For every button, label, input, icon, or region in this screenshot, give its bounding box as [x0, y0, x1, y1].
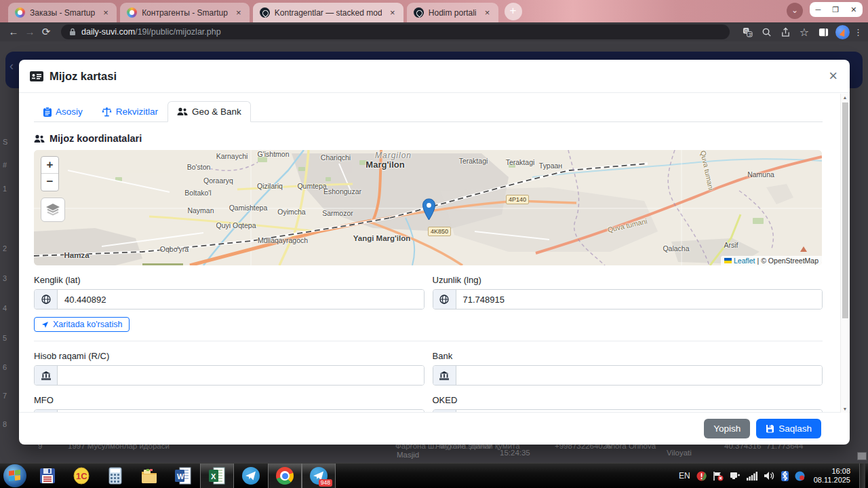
- minimize-icon[interactable]: ─: [816, 5, 821, 14]
- tab-geo-bank[interactable]: Geo & Bank: [167, 101, 251, 122]
- side-panel-icon[interactable]: [815, 24, 831, 40]
- map-layers-button[interactable]: [41, 198, 65, 222]
- leaflet-link[interactable]: Leaflet: [734, 257, 755, 265]
- clipboard-icon: [43, 107, 52, 117]
- antivirus-alert-icon[interactable]: [696, 471, 707, 481]
- lat-input[interactable]: [58, 290, 424, 309]
- translate-icon[interactable]: G文: [739, 24, 755, 40]
- bluetooth-icon[interactable]: [781, 471, 789, 481]
- tab-label: Asosiy: [56, 107, 83, 117]
- save-floppy-icon: [766, 424, 774, 433]
- start-button[interactable]: [3, 464, 26, 487]
- dimmed-row-number: 6: [3, 363, 7, 371]
- tab-rekvizitlar[interactable]: Rekvizitlar: [92, 101, 167, 122]
- maximize-icon[interactable]: ❐: [832, 5, 839, 14]
- leaflet-map[interactable]: KarnaychiG'ishtmonBo'stonQoraaryqQizilar…: [34, 150, 822, 265]
- modal-scrollbar[interactable]: ▲ ▼: [840, 94, 849, 413]
- show-desktop-button[interactable]: [859, 464, 865, 488]
- mfo-label: MFO: [34, 395, 425, 405]
- taskbar-clock[interactable]: 16:08 08.11.2025: [814, 467, 850, 485]
- address-bar[interactable]: daily-suvi.com/19l/public/mijozlar.php: [61, 24, 730, 39]
- telegram-icon: 948: [310, 467, 328, 485]
- close-window-icon[interactable]: ✕: [850, 5, 856, 14]
- taskbar-telegram-948-app[interactable]: 948: [302, 464, 336, 488]
- show-on-map-button[interactable]: Xaritada ko'rsatish: [34, 317, 130, 332]
- account-label: Hisob raqami (R/C): [34, 351, 425, 361]
- share-icon[interactable]: [777, 24, 793, 40]
- bank-label: Bank: [433, 351, 823, 361]
- taskbar-calculator-app[interactable]: [98, 464, 132, 488]
- taskbar-excel-app[interactable]: X: [200, 464, 234, 488]
- back-button[interactable]: ←: [5, 24, 22, 40]
- account-input[interactable]: [58, 366, 424, 385]
- lng-input[interactable]: [456, 290, 823, 309]
- osm-link[interactable]: © OpenStreetMap: [761, 257, 818, 265]
- map-place-label: Teraktagi: [459, 157, 488, 165]
- attribution-separator: |: [757, 257, 759, 265]
- dimmed-table-cell: Viloyati: [667, 449, 692, 457]
- taskbar-file-explorer-app[interactable]: [132, 464, 166, 488]
- menu-kebab-icon[interactable]: ⋮: [854, 27, 863, 37]
- telegram-unread-badge: 948: [319, 479, 332, 487]
- road-ref-badge: 4P140: [506, 195, 529, 204]
- dimmed-row-number: 8: [3, 420, 7, 428]
- tab-search-chevron-icon[interactable]: ⌄: [787, 3, 803, 19]
- dimmed-row-number: #: [3, 161, 7, 169]
- tab-close-icon[interactable]: ×: [482, 7, 493, 18]
- taskbar-word-app[interactable]: W: [166, 464, 200, 488]
- tab-close-icon[interactable]: ×: [387, 7, 398, 18]
- mfo-input[interactable]: [58, 410, 424, 412]
- scroll-down-icon[interactable]: ▼: [841, 407, 849, 411]
- search-icon[interactable]: [758, 24, 774, 40]
- volume-icon[interactable]: [764, 471, 775, 481]
- map-place-label: Qamishtepa: [229, 204, 268, 212]
- reload-button[interactable]: ⟳: [38, 24, 54, 40]
- browser-tab-4[interactable]: Hodim portali ×: [407, 3, 498, 22]
- bank-input[interactable]: [456, 366, 823, 385]
- tab-title: Заказы - Smartup: [30, 8, 95, 18]
- taskbar-chrome-app[interactable]: [268, 464, 302, 488]
- dimmed-row-number: 1: [3, 185, 7, 193]
- browser-tab-2[interactable]: Контрагенты - Smartup ×: [120, 3, 250, 22]
- browser-tab-1[interactable]: Заказы - Smartup ×: [8, 3, 117, 22]
- tab-close-icon[interactable]: ×: [233, 7, 244, 18]
- oked-input-group: [433, 409, 823, 412]
- clock-time: 16:08: [814, 467, 850, 476]
- bookmark-star-icon[interactable]: ☆: [796, 24, 812, 40]
- navigation-arrow-icon: [41, 321, 49, 329]
- tab-close-icon[interactable]: ×: [100, 7, 111, 18]
- lng-input-group: [433, 289, 823, 309]
- hardware-device-icon[interactable]: [730, 471, 741, 481]
- saqlash-button[interactable]: Saqlash: [756, 419, 821, 438]
- scales-icon: [102, 107, 112, 117]
- horizontal-scrollbar-nub[interactable]: [857, 452, 867, 460]
- taskbar-save-file-app[interactable]: [31, 464, 64, 488]
- taskbar-telegram-app[interactable]: [234, 464, 268, 488]
- taskbar-1c-app[interactable]: 1С: [64, 464, 98, 488]
- clock-date: 08.11.2025: [814, 476, 850, 485]
- yopish-button[interactable]: Yopish: [704, 419, 750, 438]
- language-indicator[interactable]: EN: [679, 471, 690, 481]
- network-signal-icon[interactable]: [747, 471, 757, 481]
- zoom-out-button[interactable]: −: [41, 174, 58, 191]
- calculator-icon: [106, 467, 124, 485]
- action-center-flag-icon[interactable]: [713, 471, 724, 481]
- smartup-favicon: [15, 7, 25, 18]
- zoom-in-button[interactable]: +: [41, 157, 58, 174]
- browser-tab-3-active[interactable]: Kontragentlar — stacked modal ( ×: [253, 3, 403, 22]
- map-place-label: Hamza: [64, 251, 89, 259]
- modal-close-icon[interactable]: ×: [829, 69, 837, 83]
- oked-input[interactable]: [456, 410, 823, 412]
- tab-asosiy[interactable]: Asosiy: [34, 101, 92, 122]
- forward-button[interactable]: →: [22, 24, 38, 40]
- map-marker-icon[interactable]: [422, 198, 436, 221]
- new-tab-button[interactable]: +: [505, 3, 522, 20]
- dimmed-row-number: S: [3, 138, 7, 146]
- modal-tabs: Asosiy Rekvizitlar Geo & Bank: [34, 101, 823, 122]
- tray-app-icon[interactable]: [795, 471, 805, 481]
- profile-avatar[interactable]: [835, 25, 850, 39]
- scrollbar-thumb[interactable]: [842, 102, 848, 318]
- map-place-label: Qizilariq: [257, 182, 283, 190]
- scroll-up-icon[interactable]: ▲: [841, 95, 849, 100]
- dimmed-back-chevron-icon: ‹: [9, 59, 14, 73]
